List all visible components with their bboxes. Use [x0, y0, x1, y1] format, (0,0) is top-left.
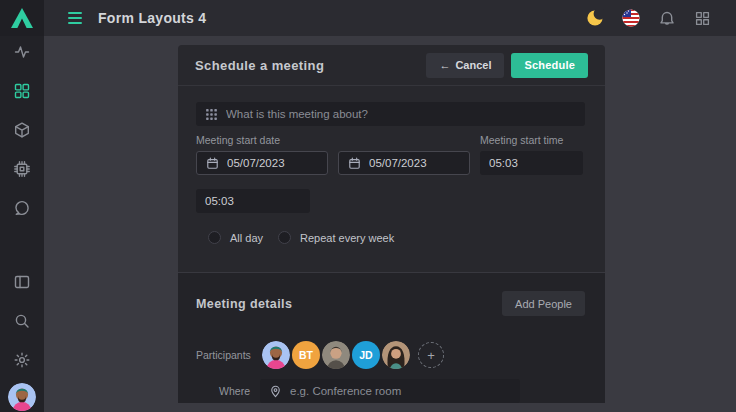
back-arrow-icon: ← [439, 59, 450, 71]
photo-woman-avatar [382, 341, 410, 369]
app-logo[interactable] [0, 0, 44, 36]
language-us-flag-icon[interactable] [621, 9, 640, 28]
where-row: Where [196, 379, 585, 403]
all-day-label: All day [230, 232, 263, 244]
participant-avatar-bt[interactable]: BT [292, 341, 320, 369]
meeting-about-input[interactable] [226, 108, 576, 120]
cpu-icon[interactable] [14, 160, 31, 177]
layout-icon[interactable] [14, 273, 31, 290]
apps-grid-icon[interactable] [693, 9, 712, 28]
cancel-button[interactable]: ←Cancel [426, 53, 504, 78]
add-participant-button[interactable]: + [418, 342, 444, 368]
notifications-bell-icon[interactable] [657, 9, 676, 28]
calendar-icon [348, 157, 361, 170]
photo-man-avatar [322, 341, 350, 369]
start-time-label: Meeting start time [480, 134, 583, 147]
end-date-field[interactable] [338, 151, 470, 175]
user-avatar[interactable] [8, 383, 36, 411]
illustration-man-avatar [262, 341, 290, 369]
settings-gear-icon[interactable] [14, 351, 31, 368]
start-date-input[interactable] [227, 157, 318, 169]
topbar: Form Layouts 4 [44, 0, 736, 36]
end-date-input[interactable] [369, 157, 460, 169]
meeting-details-title: Meeting details [196, 297, 502, 311]
end-time-input[interactable] [205, 195, 301, 207]
menu-toggle-icon[interactable] [68, 12, 82, 24]
card-header: Schedule a meeting ←Cancel Schedule [178, 45, 605, 86]
start-date-label: Meeting start date [196, 134, 328, 147]
schedule-meeting-card: Schedule a meeting ←Cancel Schedule [178, 45, 605, 403]
meeting-form: Meeting start date Meeting start time [178, 86, 605, 272]
page-title: Form Layouts 4 [98, 10, 206, 26]
sidebar [0, 0, 44, 412]
search-icon[interactable] [14, 312, 31, 329]
cube-icon[interactable] [14, 121, 31, 138]
keypad-icon [205, 108, 218, 121]
repeat-weekly-label: Repeat every week [300, 232, 394, 244]
cancel-label: Cancel [455, 59, 491, 71]
illustration-man-avatar [8, 383, 36, 411]
start-date-field[interactable] [196, 151, 328, 175]
start-time-field[interactable] [480, 151, 583, 175]
participant-avatar-jd[interactable]: JD [352, 341, 380, 369]
dark-mode-moon-icon[interactable] [585, 9, 604, 28]
card-title: Schedule a meeting [195, 58, 426, 73]
meeting-details-section: Meeting details Add People Participants [178, 272, 605, 403]
participant-avatar[interactable] [262, 341, 290, 369]
checkbox-circle[interactable] [278, 231, 291, 244]
participants-label: Participants [196, 349, 250, 361]
all-day-checkbox[interactable]: All day [208, 231, 263, 244]
where-label: Where [196, 385, 250, 397]
page-content: Schedule a meeting ←Cancel Schedule [44, 36, 736, 412]
chat-icon[interactable] [14, 199, 31, 216]
location-pin-icon [269, 385, 282, 398]
start-time-input[interactable] [489, 157, 574, 169]
activity-icon[interactable] [14, 43, 31, 60]
participants-row: Participants BT [196, 341, 585, 369]
where-field[interactable] [260, 379, 520, 403]
participant-avatar[interactable] [382, 341, 410, 369]
grid-icon[interactable] [14, 82, 31, 99]
add-people-button[interactable]: Add People [502, 291, 585, 316]
repeat-weekly-checkbox[interactable]: Repeat every week [278, 231, 394, 244]
participant-avatar[interactable] [322, 341, 350, 369]
meeting-about-field[interactable] [196, 102, 585, 126]
schedule-button[interactable]: Schedule [511, 53, 588, 78]
end-time-field[interactable] [196, 189, 310, 213]
calendar-icon [206, 157, 219, 170]
triangle-logo-icon [10, 7, 34, 29]
where-input[interactable] [290, 385, 511, 397]
checkbox-circle[interactable] [208, 231, 221, 244]
app-window: Form Layouts 4 [0, 0, 736, 412]
